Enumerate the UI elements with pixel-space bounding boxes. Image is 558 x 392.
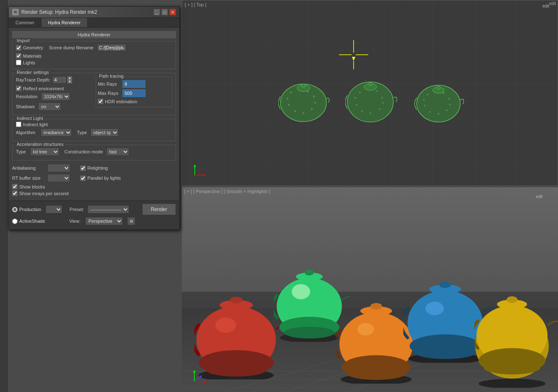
- reflect-env-row: Reflect environment: [16, 86, 92, 91]
- close-button[interactable]: ✕: [169, 9, 176, 15]
- axis-top: [191, 163, 211, 179]
- scene-dump-input[interactable]: [97, 44, 126, 51]
- svg-marker-92: [204, 380, 206, 383]
- algorithm-select[interactable]: irradiance: [41, 128, 72, 137]
- raytrace-depth-input[interactable]: [52, 76, 67, 84]
- show-blocks-label: Show blocks: [19, 184, 45, 189]
- svg-point-62: [205, 361, 268, 377]
- show-mrays-checkbox[interactable]: [12, 191, 18, 196]
- construction-mode-select[interactable]: fast: [106, 148, 129, 156]
- min-rays-input[interactable]: [122, 80, 145, 88]
- show-blocks-checkbox[interactable]: [12, 184, 18, 189]
- accel-type-row: Type kd tree Construction mode fast: [16, 148, 172, 156]
- max-rays-row: Max Rays: [98, 89, 170, 97]
- view-select[interactable]: Perspective: [85, 217, 123, 225]
- active-shade-radio[interactable]: [12, 219, 18, 224]
- materials-checkbox[interactable]: [16, 53, 21, 59]
- raytrace-spinner-arrows[interactable]: ▲ ▼: [67, 76, 73, 84]
- reflect-env-checkbox[interactable]: [16, 86, 21, 91]
- resolution-label: Resolution: [16, 94, 38, 99]
- nav-gizmo-top: edit: [543, 4, 549, 8]
- accel-type-select[interactable]: kd tree: [30, 148, 59, 156]
- minimize-button[interactable]: _: [153, 9, 160, 15]
- far-left-strip: [0, 0, 8, 392]
- svg-marker-94: [193, 370, 196, 372]
- antialiasing-select[interactable]: [47, 164, 70, 172]
- svg-point-42: [424, 105, 426, 107]
- maximize-button[interactable]: □: [161, 9, 168, 15]
- type-select-indirect[interactable]: object sp: [90, 128, 119, 137]
- tab-hydra-renderer[interactable]: Hydra Renderer: [41, 18, 88, 27]
- svg-point-21: [359, 92, 361, 93]
- lights-checkbox[interactable]: [16, 60, 21, 65]
- svg-point-19: [302, 84, 305, 87]
- resolution-select[interactable]: 1024x768: [41, 92, 70, 101]
- production-label: Production: [19, 207, 41, 212]
- svg-point-32: [369, 82, 372, 86]
- import-group-label: Import: [15, 38, 31, 43]
- shadows-select[interactable]: on off: [38, 102, 61, 111]
- teapot-wire-2: [345, 78, 400, 126]
- svg-point-28: [361, 110, 363, 112]
- raytrace-down-arrow[interactable]: ▼: [67, 80, 72, 84]
- teapot-wire-1: [278, 80, 333, 126]
- svg-point-13: [311, 108, 313, 110]
- relighting-row: Relighting: [80, 165, 108, 171]
- rt-buffer-select[interactable]: [47, 174, 70, 182]
- rendered-scene: [ + ] [ Perspective ] [ Smooth + Highlig…: [182, 187, 558, 392]
- lights-label: Lights: [23, 60, 35, 65]
- production-radio-option[interactable]: Production: [12, 207, 41, 212]
- construction-mode-label: Construction mode: [64, 149, 103, 154]
- svg-point-80: [426, 302, 444, 315]
- tab-common[interactable]: Common: [9, 18, 41, 27]
- hdr-estimation-row: HDR estimation: [98, 99, 170, 104]
- raytrace-depth-spinner[interactable]: ▲ ▼: [52, 76, 73, 84]
- render-settings-right: Path tracing Min Rays Max Rays HDR estim…: [96, 76, 172, 112]
- raytrace-up-arrow[interactable]: ▲: [67, 76, 72, 80]
- geometry-label: Geometry: [23, 45, 43, 50]
- svg-point-12: [314, 102, 316, 104]
- render-setup-dialog: R Render Setup: Hydra Render mk2 _ □ ✕ C…: [8, 6, 180, 230]
- active-shade-option[interactable]: ActiveShade: [12, 219, 45, 224]
- bottom-row-2: ActiveShade View: Perspective ⚙: [12, 217, 176, 225]
- view-config-button[interactable]: ⚙: [127, 217, 135, 225]
- algorithm-label: Algorithm: [16, 130, 39, 135]
- tab-bar: Common Hydra Renderer: [9, 18, 179, 28]
- svg-point-66: [292, 284, 310, 299]
- reflect-env-label: Reflect environment: [23, 86, 64, 91]
- svg-point-82: [439, 281, 451, 288]
- acceleration-group-label: Acceleration structures: [15, 142, 65, 147]
- dialog-window-controls[interactable]: _ □ ✕: [153, 9, 176, 15]
- accel-type-label: Type: [16, 149, 28, 154]
- indirect-light-checkbox[interactable]: [16, 122, 21, 127]
- svg-point-84: [479, 379, 545, 388]
- path-tracing-label: Path tracing: [98, 74, 125, 79]
- production-select[interactable]: [46, 205, 62, 214]
- max-rays-input[interactable]: [122, 89, 145, 97]
- indirect-light-checkbox-row: Indirect light: [16, 122, 172, 127]
- svg-point-14: [303, 112, 304, 114]
- relighting-label: Relighting: [87, 165, 108, 171]
- hdr-checkbox[interactable]: [98, 99, 103, 104]
- relighting-checkbox[interactable]: [80, 165, 86, 171]
- resolution-row: Resolution 1024x768: [16, 92, 92, 101]
- preset-select[interactable]: --------------------: [87, 205, 129, 214]
- geometry-checkbox[interactable]: [16, 45, 21, 51]
- svg-point-76: [346, 367, 406, 380]
- render-settings-left: RayTrace Depth: ▲ ▼ Reflect environment: [16, 76, 92, 112]
- render-button[interactable]: Render: [142, 204, 176, 215]
- parallel-lights-checkbox[interactable]: [80, 176, 86, 181]
- parallel-lights-label: Parallel by lights: [87, 176, 121, 181]
- dialog-bottom: Production Preset: -------------------- …: [9, 201, 179, 229]
- materials-label: Materials: [23, 53, 42, 59]
- svg-point-23: [376, 90, 377, 92]
- viewport-top-corner: edit: [549, 1, 556, 6]
- svg-point-90: [484, 361, 540, 374]
- production-radio[interactable]: [12, 207, 18, 212]
- axis-bottom: [190, 367, 211, 386]
- import-materials-row: Materials: [16, 53, 172, 59]
- indirect-light-group: Indirect Light Indirect light Algorithm …: [12, 119, 176, 141]
- svg-point-41: [429, 111, 431, 113]
- svg-point-68: [305, 270, 314, 275]
- indirect-light-group-label: Indirect Light: [15, 116, 45, 121]
